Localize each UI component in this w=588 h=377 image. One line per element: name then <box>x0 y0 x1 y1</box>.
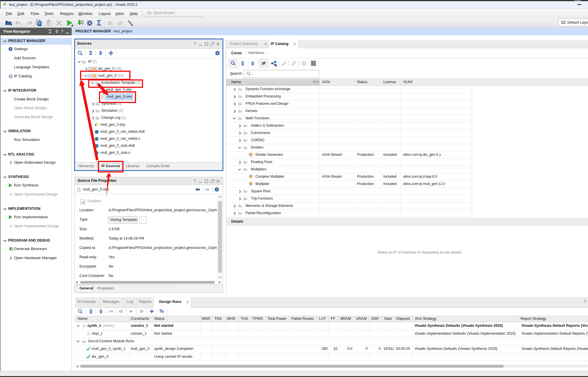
svg-text:10: 10 <box>11 249 13 251</box>
svg-text:10: 10 <box>81 22 83 25</box>
svg-text:01: 01 <box>11 247 13 249</box>
